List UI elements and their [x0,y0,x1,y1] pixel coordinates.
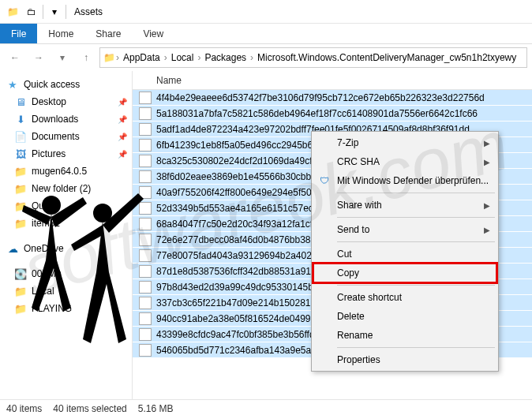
quick-new-folder-icon[interactable]: 🗀 [22,2,41,21]
desktop-icon: 🖥 [14,95,27,108]
nav-pictures[interactable]: 🖼Pictures📌 [0,145,132,163]
file-row[interactable]: 4f4b4e29eaeee6d53742f7be3106d79f95cb712c… [133,90,532,106]
file-icon [139,312,152,325]
pictures-icon: 🖼 [14,148,27,160]
forward-button[interactable]: → [28,47,49,68]
nav-desktop[interactable]: 🖥Desktop📌 [0,93,132,110]
file-name: 5a188031a7bfa7c5821c586deb4964ef18f7cc61… [156,108,478,119]
folder-icon: 📁 [14,217,27,230]
context-menu: 7-Zip▶ CRC SHA▶ 🛡Mit Windows Defender üb… [311,131,499,372]
folder-icon: 📁 [14,285,27,297]
file-icon [139,202,152,215]
breadcrumb-item[interactable]: Packages [201,52,249,63]
menu-separator [337,217,495,218]
menu-share-with[interactable]: Share with▶ [313,196,496,215]
file-icon [139,107,152,120]
nav-label: mugen64.0.5 [32,166,87,177]
menu-separator [337,285,495,286]
nav-label: Quick access [24,79,80,90]
column-header-name[interactable]: Name [133,71,532,90]
nav-label: Quir [32,200,50,211]
nav-downloads[interactable]: ⬇Downloads📌 [0,110,132,128]
breadcrumb-item[interactable]: Local [168,52,197,63]
nav-label: Downloads [32,114,78,125]
file-icon [139,139,152,151]
title-bar: 📁 🗀 ▾ Assets [0,0,532,24]
nav-quick-access[interactable]: ★ Quick access [0,76,132,93]
chevron-right-icon: ▶ [484,201,490,210]
shield-icon: 🛡 [317,174,332,188]
pin-icon: 📌 [118,150,127,159]
status-bar: 40 items 40 items selected 5.16 MB [0,399,532,415]
tab-view[interactable]: View [132,24,174,43]
separator [66,5,66,19]
file-row[interactable]: 5a188031a7bfa7c5821c586deb4964ef18f7cc61… [133,106,532,122]
recent-locations-button[interactable]: ▾ [52,47,73,68]
tab-home[interactable]: Home [37,24,84,43]
breadcrumb-item[interactable]: AppData [120,52,163,63]
address-box[interactable]: 📁 › AppData › Local › Packages › Microso… [99,47,527,68]
back-button[interactable]: ← [5,47,25,68]
file-icon [139,92,152,104]
tab-file[interactable]: File [0,24,37,43]
nav-label: Pictures [32,148,66,159]
folder-icon: 📁 [14,182,27,195]
file-icon [139,344,152,357]
window-icon: 📁 [3,2,22,21]
onedrive-icon: ☁ [6,242,19,255]
menu-defender[interactable]: 🛡Mit Windows Defender überprüfen... [313,171,496,190]
file-icon [139,170,152,183]
menu-cut[interactable]: Cut [313,245,496,264]
menu-separator [337,193,495,193]
menu-create-shortcut[interactable]: Create shortcut [313,288,496,307]
nav-label: item32 [32,218,60,229]
menu-crc[interactable]: CRC SHA▶ [313,152,496,171]
folder-icon: 📁 [14,200,27,212]
pin-icon: 📌 [118,133,127,141]
menu-copy[interactable]: Copy [313,264,496,282]
nav-folder-mugen[interactable]: 📁mugen64.0.5 [0,163,132,180]
nav-folder-local[interactable]: 📁Local [0,282,132,300]
downloads-icon: ⬇ [14,113,27,125]
nav-drive-m[interactable]: 💽00 (M:) [0,265,132,282]
file-icon [139,281,152,293]
file-icon [139,297,152,309]
menu-send-to[interactable]: Send to▶ [313,220,496,239]
nav-label: 00 (M:) [32,268,62,279]
drive-icon: 💽 [14,267,27,280]
file-icon [139,249,152,262]
nav-folder-new[interactable]: 📁New folder (2) [0,180,132,197]
menu-separator [337,347,495,348]
nav-folder-playing[interactable]: 📁PLAYING [0,300,132,317]
menu-properties[interactable]: Properties [313,350,496,369]
file-icon [139,328,152,341]
file-icon [139,218,152,230]
status-item-count: 40 items [6,403,42,414]
file-name: 4f4b4e29eaeee6d53742f7be3106d79f95cb712c… [156,92,485,103]
menu-separator [337,241,495,242]
nav-onedrive[interactable]: ☁OneDrive [0,240,132,257]
chevron-right-icon: ▶ [484,226,490,234]
nav-label: Desktop [32,96,66,107]
file-icon [139,186,152,199]
nav-label: PLAYING [32,303,72,314]
qat-properties-icon[interactable]: ▾ [45,2,64,21]
menu-delete[interactable]: Delete [313,307,496,326]
nav-label: Local [32,286,54,297]
file-name: 546065bd5d771c2346afba143a9e5ad [156,345,317,356]
menu-rename[interactable]: Rename [313,326,496,345]
up-button[interactable]: ↑ [76,47,96,68]
status-size: 5.16 MB [138,403,174,414]
pin-icon: 📌 [118,115,127,124]
menu-7zip[interactable]: 7-Zip▶ [313,133,496,152]
breadcrumb-item[interactable]: Microsoft.Windows.ContentDeliveryManager… [254,52,519,63]
nav-folder-quir[interactable]: 📁Quir [0,197,132,215]
nav-label: New folder (2) [32,183,91,194]
chevron-right-icon: ▶ [484,158,490,166]
nav-documents[interactable]: 📄Documents📌 [0,128,132,145]
tab-share[interactable]: Share [84,24,132,43]
star-icon: ★ [6,78,19,91]
nav-folder-item32[interactable]: 📁item32 [0,215,132,232]
status-selected-count: 40 items selected [53,403,126,414]
file-name: 43399e8cfdc9ac47fc0bf385be3b56ffd494 [156,329,331,340]
